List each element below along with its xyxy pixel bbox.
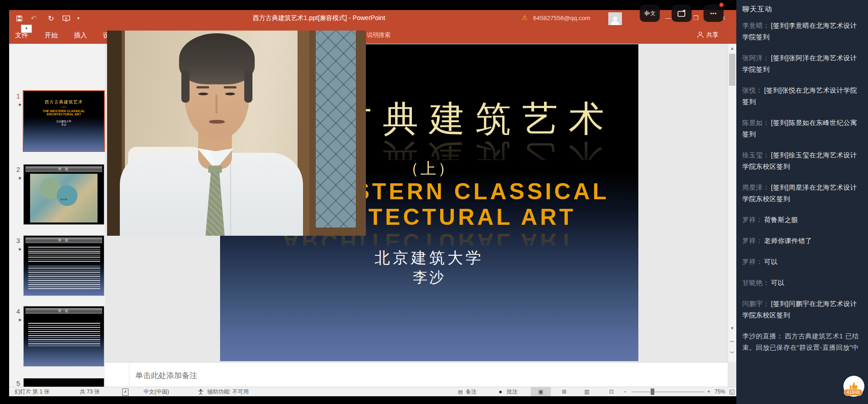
tab-home[interactable]: 开始 xyxy=(45,26,58,44)
voice-to-text-button[interactable]: 文 xyxy=(640,5,660,22)
scroll-up-icon[interactable]: ▲ xyxy=(728,44,736,53)
notes-toggle[interactable]: 备注 xyxy=(466,387,477,396)
slide-thumbnail-5[interactable]: 古埃及 古希腊 古罗马 拜占庭 罗 曼 哥 特 文艺复兴 巴洛克 洛可可 新古典… xyxy=(24,378,104,387)
eye xyxy=(198,93,208,95)
slide-thumbnail-3[interactable]: 导 论 xyxy=(24,236,104,295)
view-slideshow-button[interactable]: ⊡ xyxy=(601,387,621,396)
view-normal-button[interactable]: ▣ xyxy=(531,387,551,396)
hair xyxy=(179,33,255,84)
thumb1-en2: ARCHITECTURAL ART xyxy=(24,113,104,116)
scrollbar-thumb[interactable] xyxy=(729,54,735,86)
fit-to-window-icon[interactable]: ◱ xyxy=(729,387,734,396)
thumb3-header: 导 论 xyxy=(25,237,103,243)
chat-message: 罗祥：荷鲁斯之眼 xyxy=(742,214,862,226)
view-reading-button[interactable]: ▥ xyxy=(577,387,597,396)
more-icon: ••• xyxy=(710,10,717,16)
chat-message: 周星泽：[签到]周星泽在北海艺术设计学院东校区签到 xyxy=(742,182,862,205)
notes-placeholder[interactable]: 单击此处添加备注 xyxy=(135,370,197,381)
tie-knot xyxy=(208,166,222,173)
comments-icon: ■ xyxy=(499,387,502,396)
language-status[interactable]: 中文(中国) xyxy=(144,387,169,396)
nose xyxy=(216,94,217,114)
zoom-out-button[interactable]: − xyxy=(623,387,627,396)
thumb4-text-block xyxy=(28,323,100,347)
mouth xyxy=(209,120,225,124)
chat-message: 徐玉玺：[签到]徐玉玺在北海艺术设计学院东校区签到 xyxy=(742,150,862,172)
notes-pane[interactable]: 单击此处添加备注 xyxy=(105,362,728,387)
zoom-level[interactable]: 75% xyxy=(714,387,725,396)
zoom-slider-thumb[interactable] xyxy=(651,388,654,395)
more-options-button[interactable]: ••• xyxy=(704,5,724,22)
map-label: 地中海 xyxy=(61,198,67,201)
thumb1-en1: THE WESTERN CLASSICAL xyxy=(24,109,104,113)
previous-slide-button[interactable]: ︽ xyxy=(728,336,736,345)
slide-org: 北京建筑大学 xyxy=(220,248,638,269)
qat-dropdown-icon[interactable]: ▾ xyxy=(75,10,82,26)
system-message: 李沙的直播：西方古典建筑艺术1 已结束。回放已保存在“群设置-直播回放”中 xyxy=(742,331,862,353)
avatar[interactable] xyxy=(608,12,622,25)
hair-side xyxy=(244,71,252,103)
presenter-webcam-video xyxy=(107,31,366,236)
accessibility-status[interactable]: 辅助功能: 不可用 xyxy=(207,387,249,396)
share-button[interactable]: 共享 xyxy=(706,26,719,44)
zoom-in-button[interactable]: + xyxy=(707,387,710,396)
thumb1-title: 西方古典建筑艺术 xyxy=(24,99,104,105)
thumb3-text-block xyxy=(28,266,100,290)
slide-thumbnail-1[interactable]: 西方古典建筑艺术 （上） THE WESTERN CLASSICAL ARCHI… xyxy=(24,91,104,151)
notification-dot xyxy=(719,3,724,7)
thumb2-header: 导 论 xyxy=(25,166,103,172)
slide-total: 共 73 张 xyxy=(80,387,100,396)
slide-thumbnail-2[interactable]: 导 论 地中海 xyxy=(24,165,104,224)
chat-message-list[interactable]: 李意晴：[签到]李意晴在北海艺术设计学院签到 张阿洋：[签到]张阿洋在北海艺术设… xyxy=(742,20,862,353)
slide-number-2: 2 xyxy=(11,166,20,173)
chat-message: 闫鹏宇：[签到]闫鹏宇在北海艺术设计学院东校区签到 xyxy=(742,298,862,321)
zoom-slider-track[interactable] xyxy=(632,392,704,392)
chat-message: 陈昱如：[签到]陈昱如在东峰世纪公寓签到 xyxy=(742,117,862,140)
save-icon[interactable] xyxy=(14,10,25,26)
screen: ↶ ↻ ▾ 西方古典建筑艺术1.ppt[兼容模式] - PowerPoint ⚠… xyxy=(0,0,868,404)
eyebrow xyxy=(224,86,236,88)
eye xyxy=(225,93,235,95)
chat-message: 甘晓艳：可以 xyxy=(742,277,862,289)
chat-panel: 聊天互动 李意晴：[签到]李意晴在北海艺术设计学院签到 张阿洋：[签到]张阿洋在… xyxy=(736,0,868,404)
account-email[interactable]: 645827556@qq.com xyxy=(533,15,591,21)
redo-icon[interactable]: ↻ xyxy=(46,10,56,26)
thumb3-text-block xyxy=(28,247,100,263)
notes-icon: ▤ xyxy=(458,387,462,396)
slide-number-5: 5 xyxy=(11,379,20,387)
tell-me-search[interactable]: 说明搜索 xyxy=(367,26,390,44)
animation-star-icon: ★ xyxy=(13,176,22,181)
slide-position: 幻灯片 第 1 张 xyxy=(15,387,50,396)
notes-divider xyxy=(129,363,129,387)
view-sorter-button[interactable]: ⊞ xyxy=(554,387,574,396)
thumb1-subtitle: （上） xyxy=(24,105,104,109)
slide-number-4: 4 xyxy=(11,307,20,315)
shirt-seam xyxy=(230,153,231,236)
collapse-panel-button[interactable]: ▼ xyxy=(21,25,32,33)
status-bar: 幻灯片 第 1 张 共 73 张 ✗ 中文(中国) 辅助功能: 不可用 ▤ 备注… xyxy=(9,387,737,396)
chat-message: 张悦：[签到]张悦在北海艺术设计学院签到 xyxy=(742,85,862,108)
slide-thumbnail-4[interactable]: 导 论 xyxy=(24,306,104,366)
like-button[interactable]: 41848 xyxy=(843,376,864,397)
vertical-scrollbar[interactable]: ▲ ▼ ︽ ︾ xyxy=(728,44,736,362)
undo-icon[interactable]: ↶ xyxy=(28,10,39,26)
chat-message: 李意晴：[签到]李意晴在北海艺术设计学院签到 xyxy=(742,20,862,43)
comments-toggle[interactable]: 批注 xyxy=(507,387,518,396)
window-title: 西方古典建筑艺术1.ppt[兼容模式] - PowerPoint xyxy=(219,14,419,22)
thumb1-author: 李沙 xyxy=(24,123,104,126)
slide-number-1: 1 xyxy=(11,92,20,100)
eyebrow xyxy=(196,86,209,88)
window-restore-button[interactable] xyxy=(672,5,692,22)
tab-insert[interactable]: 插入 xyxy=(74,26,87,44)
scroll-down-icon[interactable]: ▼ xyxy=(728,324,736,333)
animation-star-icon: ★ xyxy=(13,247,22,252)
accessibility-icon xyxy=(198,388,204,398)
next-slide-button[interactable]: ︾ xyxy=(728,348,736,357)
slideshow-icon[interactable] xyxy=(60,10,72,26)
lattice-window xyxy=(316,31,356,228)
title-bar: ↶ ↻ ▾ 西方古典建筑艺术1.ppt[兼容模式] - PowerPoint ⚠… xyxy=(9,10,737,26)
chat-message: 张阿洋：[签到]张阿洋在北海艺术设计学院签到 xyxy=(742,52,862,75)
translate-char: 文 xyxy=(651,10,656,17)
hair-side xyxy=(181,71,190,103)
spell-check-icon[interactable]: ✗ xyxy=(122,388,128,396)
